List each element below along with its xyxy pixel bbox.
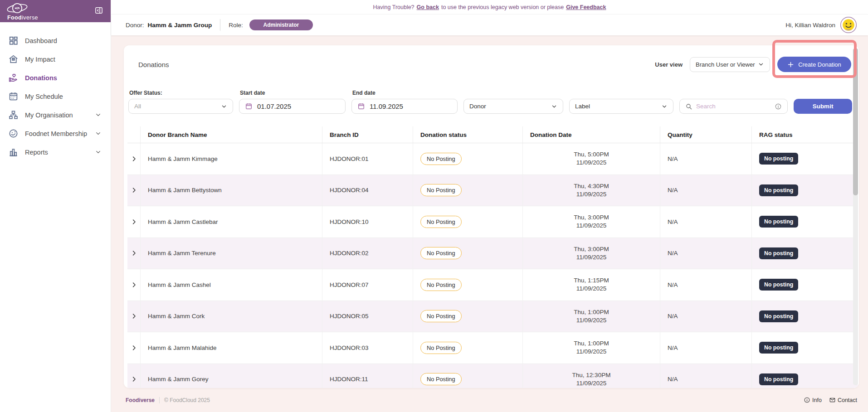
table-row: Hamm & Jamm KimmageHJDONOR:01No PostingT…: [127, 143, 858, 175]
footer: Foodiverse © FoodCloud 2025 Info Contact: [111, 388, 868, 412]
sidebar-item-my-schedule[interactable]: My Schedule: [0, 87, 111, 106]
chevron-right-icon[interactable]: [131, 250, 137, 257]
donation-status-cell: No Posting: [413, 238, 522, 269]
expand-cell: [127, 143, 140, 174]
smiley-avatar-icon[interactable]: [840, 16, 857, 34]
chevron-right-icon[interactable]: [131, 281, 137, 288]
sidebar-item-foodnet-membership[interactable]: Foodnet Membership: [0, 124, 111, 143]
branch-name: Hamm & Jamm Terenure: [148, 250, 216, 257]
chevron-right-icon[interactable]: [131, 155, 137, 162]
quantity-value: N/A: [668, 218, 678, 225]
user-view-label: User view: [655, 61, 683, 68]
start-date-input[interactable]: 01.07.2025: [239, 99, 346, 114]
offer-status-select[interactable]: All: [128, 99, 233, 114]
rag-status-cell: No posting: [751, 332, 858, 364]
expand-cell: [127, 238, 140, 269]
table-row: Hamm & Jamm CashelHJDONOR:07No PostingTh…: [127, 269, 858, 301]
rag-status-cell: No posting: [751, 175, 858, 206]
sidebar-item-dashboard[interactable]: Dashboard: [0, 31, 111, 50]
calendar-icon: [245, 102, 253, 110]
offer-status-value: All: [134, 103, 141, 110]
quantity-value: N/A: [668, 281, 678, 288]
search-input[interactable]: [696, 103, 771, 110]
quantity-cell: N/A: [660, 238, 751, 269]
role-badge: Administrator: [249, 19, 313, 30]
sidebar-item-donations[interactable]: Donations: [0, 68, 111, 87]
donation-status-badge: No Posting: [420, 373, 462, 385]
donation-status-cell: No Posting: [413, 332, 522, 364]
scrollbar-thumb[interactable]: [853, 48, 858, 195]
branch-name: Hamm & Jamm Cashel: [148, 281, 211, 288]
end-date-filter: End date 11.09.2025: [351, 90, 458, 114]
sidebar-item-label: My Schedule: [25, 93, 102, 100]
rag-status-badge: No posting: [759, 310, 798, 322]
sidebar: Foodiverse DashboardMy ImpactDonationsMy…: [0, 0, 111, 412]
chevron-right-icon[interactable]: [131, 376, 137, 383]
expand-cell: [127, 269, 140, 301]
contact-link[interactable]: Contact: [829, 397, 857, 403]
expand-cell: [127, 332, 140, 364]
branch-id-cell: HJDONOR:05: [322, 301, 413, 332]
donation-status-badge: No Posting: [420, 247, 462, 259]
page-title: Donations: [138, 61, 169, 68]
label-select[interactable]: Label: [569, 99, 673, 114]
quantity-value: N/A: [668, 376, 678, 383]
column-header-donation-date: Donation Date: [522, 126, 660, 143]
info-link[interactable]: Info: [804, 397, 822, 403]
search-icon: [685, 103, 692, 110]
reports-bar-chart-icon: [8, 147, 19, 157]
donor-select[interactable]: Donor: [463, 99, 563, 114]
footer-divider: [159, 397, 160, 403]
chevron-right-icon[interactable]: [131, 313, 137, 320]
donation-status-cell: No Posting: [413, 175, 522, 206]
sidebar-item-my-impact[interactable]: My Impact: [0, 50, 111, 68]
donation-date-date: 11/09/2025: [576, 348, 607, 356]
sidebar-item-label: Donations: [25, 74, 102, 82]
rag-status-badge: No posting: [759, 184, 798, 196]
sidebar-item-reports[interactable]: Reports: [0, 143, 111, 161]
branch-id: HJDONOR:02: [330, 250, 369, 257]
user-view-select[interactable]: Branch User or Viewer: [690, 57, 770, 72]
rag-status-badge: No posting: [759, 247, 798, 259]
donation-status-cell: No Posting: [413, 301, 522, 332]
give-feedback-link[interactable]: Give Feedback: [566, 4, 606, 10]
donation-date-time: Thu, 3:00PM: [574, 213, 609, 222]
scrollbar-track[interactable]: [853, 48, 858, 385]
branch-name: Hamm & Jamm Cork: [148, 313, 205, 320]
quantity-cell: N/A: [660, 143, 751, 174]
quantity-cell: N/A: [660, 206, 751, 238]
content-column: Having Trouble? Go back to use the previ…: [111, 0, 868, 412]
chevron-right-icon[interactable]: [131, 187, 137, 194]
table-row: Hamm & Jamm BettystownHJDONOR:04No Posti…: [127, 175, 858, 207]
branch-id-cell: HJDONOR:02: [322, 238, 413, 269]
membership-face-icon: [8, 128, 19, 139]
table-row: Hamm & Jamm GoreyHJDONOR:11No PostingThu…: [127, 364, 858, 388]
quantity-cell: N/A: [660, 301, 751, 332]
schedule-calendar-icon: [8, 91, 19, 102]
branch-name: Hamm & Jamm Malahide: [148, 344, 217, 351]
user-area: Hi, Killian Waldron: [785, 16, 857, 34]
branch-name-cell: Hamm & Jamm Castlebar: [140, 206, 322, 238]
start-date-filter: Start date 01.07.2025: [239, 90, 346, 114]
chevron-right-icon[interactable]: [131, 218, 137, 225]
column-header-donation-status: Donation status: [413, 126, 522, 143]
branch-name-cell: Hamm & Jamm Terenure: [140, 238, 322, 269]
chevron-right-icon[interactable]: [131, 344, 137, 351]
donation-date-cell: Thu, 3:00PM11/09/2025: [522, 238, 660, 269]
top-header: Donor: Hamm & Jamm Group Role: Administr…: [111, 15, 868, 35]
branch-name: Hamm & Jamm Bettystown: [148, 187, 222, 194]
filters-bar: Offer Status: All Start date 01.07.2025: [124, 90, 859, 114]
donation-date-time: Thu, 1:15PM: [574, 276, 609, 285]
create-donation-button[interactable]: Create Donation: [777, 57, 851, 72]
info-link-label: Info: [812, 397, 822, 403]
submit-button[interactable]: Submit: [794, 99, 852, 114]
sidebar-item-my-organisation[interactable]: My Organisation: [0, 106, 111, 124]
branch-id: HJDONOR:04: [330, 187, 369, 194]
chevron-down-icon: [661, 103, 668, 110]
collapse-panel-icon[interactable]: [94, 6, 103, 15]
header-divider: [220, 19, 220, 31]
go-back-link[interactable]: Go back: [417, 4, 439, 10]
branch-name-cell: Hamm & Jamm Bettystown: [140, 175, 322, 206]
end-date-input[interactable]: 11.09.2025: [351, 99, 458, 114]
branch-id-cell: HJDONOR:03: [322, 332, 413, 364]
